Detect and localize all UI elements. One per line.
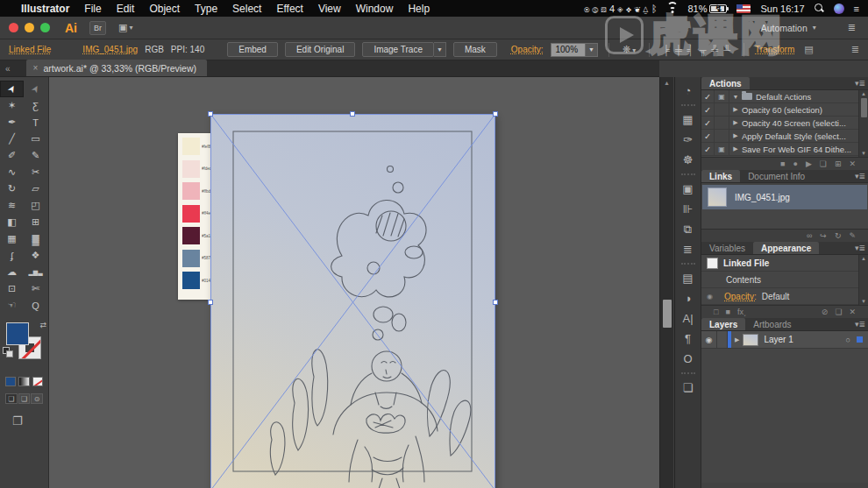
gradient-button[interactable]: [18, 377, 29, 386]
paintbrush-tool[interactable]: ✐: [0, 147, 24, 164]
pen-tool[interactable]: ✒: [0, 114, 24, 131]
panel-menu-icon[interactable]: ▾≣: [855, 320, 865, 329]
align-middle-icon[interactable]: ╬: [708, 45, 721, 55]
tab-document-info[interactable]: Document Info: [740, 170, 813, 182]
action-check-icon[interactable]: ✓: [701, 117, 715, 129]
paragraph-icon[interactable]: ¶: [685, 329, 691, 349]
brushes-icon[interactable]: ✑: [683, 130, 693, 150]
embed-button[interactable]: Embed: [227, 42, 278, 57]
scroll-up-icon[interactable]: ▲: [859, 91, 868, 96]
fill-swatch[interactable]: [6, 322, 29, 345]
appearance-scrollbar[interactable]: ▲ ▼: [858, 255, 868, 305]
spotlight-icon[interactable]: [815, 4, 824, 13]
layer-row[interactable]: ◉ ▶ Layer 1 ○: [701, 331, 868, 349]
scissors-tool[interactable]: ✂: [24, 164, 47, 180]
scale-tool[interactable]: ▱: [24, 180, 47, 197]
slice-tool[interactable]: ✄: [24, 280, 47, 297]
twirl-icon[interactable]: ▶: [729, 132, 742, 139]
opacity-value[interactable]: 100%: [551, 43, 587, 57]
menu-item-view[interactable]: View: [318, 3, 341, 15]
opacity-dropdown-icon[interactable]: ▼: [586, 43, 598, 57]
notification-center-icon[interactable]: ≡: [854, 4, 859, 14]
action-row[interactable]: ✓▶Apply Default Style (select...: [701, 130, 858, 143]
action-dialog-toggle[interactable]: [715, 103, 729, 116]
duplicate-icon[interactable]: ❏: [835, 308, 842, 316]
scroll-down-icon[interactable]: ▼: [859, 151, 868, 156]
panel-menu-icon[interactable]: ▾≣: [855, 79, 865, 88]
column-graph-tool[interactable]: ▂▆▃: [24, 264, 47, 280]
update-link-icon[interactable]: ↻: [835, 231, 842, 240]
visibility-icon[interactable]: ◉: [707, 293, 719, 301]
clear-appearance-icon[interactable]: ⊘: [822, 308, 829, 316]
tab-appearance[interactable]: Appearance: [753, 242, 819, 254]
pathfinder-icon[interactable]: ⧉: [684, 219, 692, 239]
go-to-bridge-button[interactable]: Br: [89, 21, 106, 35]
scrollbar-thumb[interactable]: [663, 300, 672, 328]
twirl-icon[interactable]: ▶: [729, 145, 742, 152]
screen-mode-button[interactable]: ❐: [12, 414, 48, 428]
shaper-tool[interactable]: ∿: [0, 164, 24, 180]
isolate-icons[interactable]: ▤: [801, 44, 815, 55]
action-check-icon[interactable]: ✓: [701, 103, 715, 116]
new-set-icon[interactable]: ❏: [820, 159, 827, 168]
control-bar-menu-icon[interactable]: ≣: [851, 44, 859, 55]
align-center-icon[interactable]: ╪: [672, 45, 685, 55]
record-icon[interactable]: ◉: [584, 4, 590, 14]
shape-builder-tool[interactable]: ◧: [0, 214, 24, 230]
bluetooth-icon[interactable]: ᛒ: [651, 4, 658, 14]
align-right-icon[interactable]: ╡: [685, 45, 697, 55]
action-row[interactable]: ✓▣▼Default Actions: [701, 90, 858, 103]
fx-icon[interactable]: fx˯: [737, 308, 746, 316]
color-icon[interactable]: ☸: [683, 150, 694, 170]
arrange-documents-icon[interactable]: ▣: [118, 22, 127, 33]
menu-item-effect[interactable]: Effect: [276, 3, 302, 15]
symbol-sprayer-tool[interactable]: ☁: [0, 264, 24, 280]
width-tool[interactable]: ≋: [0, 197, 24, 214]
minimize-window-button[interactable]: [25, 23, 34, 32]
align-icon[interactable]: ⊪: [683, 199, 693, 219]
new-action-icon[interactable]: ⊞: [835, 159, 842, 168]
document-tab[interactable]: × artwork.ai* @ 33,33% (RGB/Preview): [26, 60, 207, 76]
mask-button[interactable]: Mask: [453, 42, 497, 57]
opacity-link[interactable]: Opacity:: [724, 292, 757, 301]
layer-visibility-icon[interactable]: ◉: [701, 331, 717, 348]
transform-link[interactable]: Transform: [755, 45, 794, 54]
direct-selection-tool[interactable]: ➤: [24, 81, 47, 97]
perspective-grid-tool[interactable]: ⊞: [24, 214, 47, 230]
action-check-icon[interactable]: ✓: [701, 90, 715, 103]
panel-menu-icon[interactable]: ≣: [848, 22, 856, 33]
layer-target-icon[interactable]: ○: [846, 336, 850, 344]
color-guide-icon[interactable]: ◔: [685, 81, 692, 101]
character-icon[interactable]: A|: [682, 308, 693, 329]
canvas-area[interactable]: #fef8#fdec#ffbd#ff4e#5a14#5878#0148: [49, 77, 659, 488]
align-bottom-icon[interactable]: ╨: [721, 45, 733, 55]
action-dialog-toggle[interactable]: ▣: [715, 143, 729, 155]
image-trace-dropdown-icon[interactable]: ▼: [434, 42, 446, 57]
wifi-icon[interactable]: [666, 4, 678, 13]
mesh-tool[interactable]: ▦: [0, 230, 24, 247]
twirl-icon[interactable]: ▶: [729, 119, 742, 126]
panel-menu-icon[interactable]: ▾≣: [855, 244, 865, 252]
menu-item-window[interactable]: Window: [356, 3, 394, 15]
selection-tool[interactable]: ➤: [0, 81, 24, 97]
record-icon[interactable]: ●: [793, 159, 797, 168]
menu-item-object[interactable]: Object: [149, 3, 180, 15]
new-stroke-icon[interactable]: □: [714, 308, 718, 316]
menu-clock[interactable]: Sun 16:17: [760, 4, 804, 14]
lasso-tool[interactable]: Ƹ: [24, 97, 47, 114]
zoom-window-button[interactable]: [40, 23, 50, 32]
actions-scrollbar[interactable]: ▲ ▼: [858, 90, 868, 157]
scroll-up-icon[interactable]: ▲: [660, 77, 673, 86]
menu-item-type[interactable]: Type: [195, 3, 217, 15]
appearance-row-contents[interactable]: Contents: [701, 272, 858, 288]
scroll-down-icon[interactable]: ▼: [859, 299, 868, 304]
panel-menu-icon[interactable]: ▾≣: [855, 172, 865, 180]
menu-item-help[interactable]: Help: [408, 3, 430, 15]
action-dialog-toggle[interactable]: ▣: [715, 90, 729, 103]
filename-link[interactable]: IMG_0451.jpg: [82, 45, 138, 54]
close-tab-icon[interactable]: ×: [33, 63, 39, 73]
app-badge[interactable]: ▨ 4: [601, 4, 615, 14]
rectangle-tool[interactable]: ▭: [24, 131, 47, 147]
fill-stroke-control[interactable]: ⇄: [0, 321, 49, 371]
dropbox-icon[interactable]: ❖: [626, 4, 632, 14]
